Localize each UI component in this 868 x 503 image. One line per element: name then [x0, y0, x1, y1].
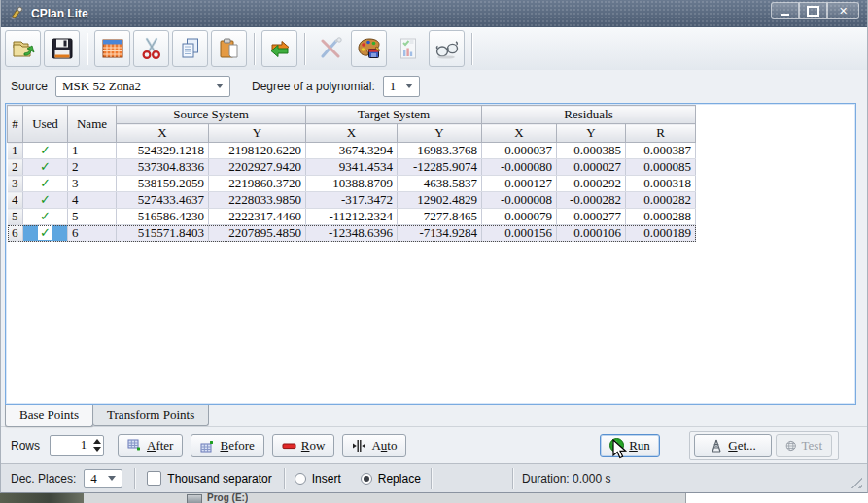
maximize-button[interactable] [799, 2, 827, 19]
col-header-residual-y[interactable]: Y [557, 124, 626, 143]
value-cell[interactable]: -12285.9074 [398, 159, 482, 176]
value-cell[interactable]: 0.000106 [557, 225, 626, 242]
value-cell[interactable]: 2202927.9420 [209, 159, 306, 176]
tools-button[interactable] [312, 30, 348, 67]
value-cell[interactable]: -317.3472 [306, 192, 398, 209]
value-cell[interactable]: 2222317.4460 [209, 209, 306, 225]
value-cell[interactable]: 10388.8709 [306, 176, 398, 192]
name-cell[interactable]: 3 [68, 176, 117, 192]
value-cell[interactable]: 0.000318 [626, 176, 696, 192]
value-cell[interactable]: 7277.8465 [398, 209, 482, 225]
value-cell[interactable]: 9341.4534 [306, 159, 398, 176]
value-cell[interactable]: -0.000385 [557, 143, 626, 159]
col-header-target-x[interactable]: X [306, 124, 398, 143]
value-cell[interactable]: -0.000282 [557, 192, 626, 209]
explorer-drive-item[interactable]: Prog (E:) [187, 493, 248, 503]
insert-after-button[interactable]: After [118, 434, 183, 457]
value-cell[interactable]: 527433.4637 [117, 192, 209, 209]
open-button[interactable] [5, 30, 41, 67]
used-cell[interactable]: ✓ [23, 192, 68, 209]
value-cell[interactable]: -0.000127 [482, 176, 557, 192]
resize-grip[interactable] [850, 476, 862, 488]
col-group-residuals[interactable]: Residuals [482, 106, 696, 124]
close-button[interactable]: ✕ [827, 2, 859, 19]
value-cell[interactable]: -3674.3294 [306, 143, 398, 159]
used-cell[interactable]: ✓ [23, 209, 68, 225]
auto-fit-button[interactable]: Auto [342, 434, 406, 457]
value-cell[interactable]: 0.000085 [626, 159, 696, 176]
col-header-name[interactable]: Name [68, 106, 117, 143]
minimize-button[interactable] [771, 2, 799, 19]
value-cell[interactable]: -0.000008 [482, 192, 557, 209]
value-cell[interactable]: 4638.5837 [398, 176, 482, 192]
tab-base-points[interactable]: Base Points [5, 405, 93, 427]
copy-button[interactable] [172, 30, 208, 67]
replace-radio[interactable] [361, 473, 372, 485]
table-row[interactable]: 4✓4527433.46372228033.9850-317.347212902… [8, 192, 696, 209]
row-number[interactable]: 4 [8, 192, 23, 209]
col-header-used[interactable]: Used [23, 106, 68, 143]
row-number[interactable]: 6 [8, 225, 23, 242]
used-cell[interactable]: ✓ [23, 225, 68, 242]
rows-spinner[interactable]: 1 [50, 435, 104, 456]
run-button[interactable]: Run [600, 434, 660, 457]
table-row[interactable]: 3✓3538159.20592219860.372010388.87094638… [8, 176, 696, 192]
table-row[interactable]: 5✓5516586.42302222317.4460-11212.2324727… [8, 209, 696, 225]
value-cell[interactable]: -12348.6396 [306, 225, 398, 242]
row-number[interactable]: 5 [8, 209, 23, 225]
name-cell[interactable]: 4 [68, 192, 117, 209]
thousand-separator-checkbox[interactable] [147, 471, 161, 486]
spin-down-icon[interactable] [93, 447, 101, 452]
report-button[interactable] [390, 30, 426, 67]
col-header-source-y[interactable]: Y [209, 124, 306, 143]
spinner-arrows[interactable] [90, 436, 103, 455]
value-cell[interactable]: 2198120.6220 [209, 143, 306, 159]
value-cell[interactable]: -11212.2324 [306, 209, 398, 225]
table-row[interactable]: 1✓1524329.12182198120.6220-3674.3294-169… [8, 143, 696, 159]
dec-places-select[interactable]: 4 [84, 469, 122, 488]
value-cell[interactable]: 0.000027 [557, 159, 626, 176]
value-cell[interactable]: 537304.8336 [117, 159, 209, 176]
col-group-source-system[interactable]: Source System [117, 106, 306, 124]
name-cell[interactable]: 1 [68, 143, 117, 159]
insert-option[interactable]: Insert [295, 472, 341, 486]
swap-button[interactable] [261, 30, 297, 67]
insert-radio[interactable] [295, 473, 306, 485]
value-cell[interactable]: -0.000080 [482, 159, 557, 176]
cut-button[interactable] [133, 30, 169, 67]
col-header-num[interactable]: # [8, 106, 23, 143]
value-cell[interactable]: 12902.4829 [398, 192, 482, 209]
value-cell[interactable]: 0.000292 [557, 176, 626, 192]
degree-select[interactable]: 1 [383, 76, 420, 97]
value-cell[interactable]: 0.000387 [626, 143, 696, 159]
col-header-target-y[interactable]: Y [398, 124, 482, 143]
tab-transform-points[interactable]: Transform Points [92, 405, 209, 426]
table-button[interactable] [94, 30, 130, 67]
row-number[interactable]: 1 [8, 143, 23, 159]
col-header-residual-r[interactable]: R [626, 124, 696, 143]
value-cell[interactable]: 2228033.9850 [209, 192, 306, 209]
value-cell[interactable]: 538159.2059 [117, 176, 209, 192]
value-cell[interactable]: 515571.8403 [117, 225, 209, 242]
col-header-residual-x[interactable]: X [482, 124, 557, 143]
table-row[interactable]: 2✓2537304.83362202927.94209341.4534-1228… [8, 159, 696, 176]
get-button[interactable]: Get... [694, 434, 772, 457]
spin-up-icon[interactable] [93, 439, 101, 444]
test-button[interactable]: Test [776, 434, 832, 457]
value-cell[interactable]: 2207895.4850 [209, 225, 306, 242]
thousand-separator-option[interactable]: Thousand separator [147, 471, 271, 486]
value-cell[interactable]: 0.000282 [626, 192, 696, 209]
delete-row-button[interactable]: Row [272, 434, 335, 457]
col-header-source-x[interactable]: X [117, 124, 209, 143]
value-cell[interactable]: 0.000079 [482, 209, 557, 225]
save-button[interactable] [44, 30, 80, 67]
table-row[interactable]: 6✓6515571.84032207895.4850-12348.6396-71… [8, 225, 696, 242]
row-number[interactable]: 2 [8, 159, 23, 176]
used-cell[interactable]: ✓ [23, 143, 68, 159]
replace-option[interactable]: Replace [361, 472, 421, 486]
value-cell[interactable]: 524329.1218 [117, 143, 209, 159]
value-cell[interactable]: 0.000037 [482, 143, 557, 159]
row-number[interactable]: 3 [8, 176, 23, 192]
name-cell[interactable]: 5 [68, 209, 117, 225]
paste-button[interactable] [211, 30, 247, 67]
